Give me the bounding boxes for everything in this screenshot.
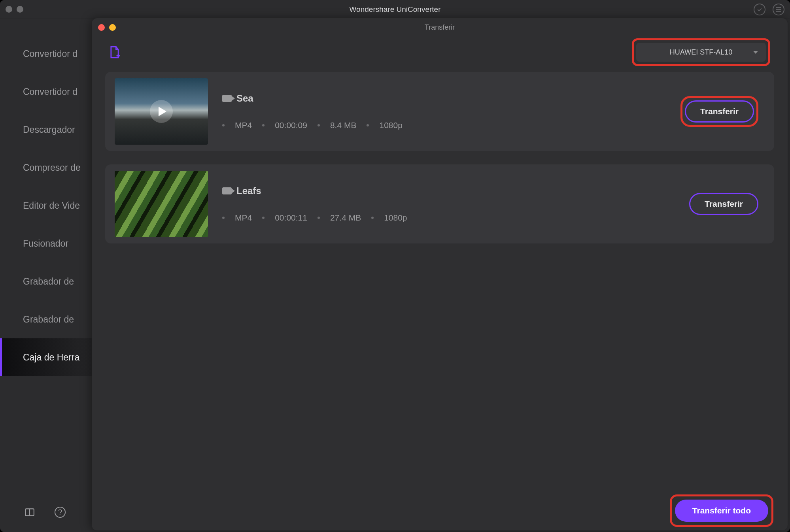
- help-icon[interactable]: ?: [55, 507, 66, 518]
- file-title: Leafs: [236, 185, 261, 196]
- separator-dot: [262, 124, 265, 126]
- items-list: Sea MP4 00:00:09 8.4 MB 1080p Transferi: [92, 68, 788, 243]
- titlebar-right: [754, 0, 784, 19]
- library-icon[interactable]: [24, 507, 36, 517]
- file-meta: MP4 00:00:11 27.4 MB 1080p: [222, 213, 675, 223]
- modal-window-controls[interactable]: [98, 24, 116, 31]
- file-duration: 00:00:09: [275, 121, 307, 130]
- modal-footer: Transferir todo: [92, 491, 788, 530]
- add-file-button[interactable]: [109, 46, 120, 58]
- menu-icon[interactable]: [773, 4, 784, 15]
- file-resolution: 1080p: [384, 213, 407, 223]
- sidebar-item-label: Grabador de: [23, 276, 74, 287]
- modal-close-icon[interactable]: [98, 24, 105, 31]
- transfer-button-wrap: Transferir: [689, 193, 758, 215]
- file-resolution: 1080p: [379, 121, 402, 130]
- sidebar-item-label: Convertidor d: [23, 87, 77, 97]
- modal-title: Transferir: [92, 23, 788, 32]
- modal-minimize-icon[interactable]: [109, 24, 116, 31]
- sidebar-item-label: Editor de Vide: [23, 200, 80, 211]
- play-icon[interactable]: [150, 100, 173, 123]
- main-titlebar: Wondershare UniConverter: [0, 0, 790, 19]
- sidebar-item-label: Grabador de: [23, 314, 74, 325]
- modal-toolbar: HUAWEI STF-AL10: [92, 36, 788, 68]
- file-size: 27.4 MB: [330, 213, 361, 223]
- sidebar-item-label: Caja de Herra: [23, 352, 79, 363]
- video-icon: [222, 95, 232, 102]
- file-title: Sea: [236, 93, 253, 104]
- transfer-button[interactable]: Transferir: [685, 100, 754, 123]
- device-dropdown[interactable]: HUAWEI STF-AL10: [636, 43, 766, 62]
- sidebar-item-label: Compresor de: [23, 162, 81, 173]
- transfer-all-button[interactable]: Transferir todo: [675, 500, 768, 522]
- account-icon[interactable]: [754, 4, 765, 15]
- transfer-button[interactable]: Transferir: [689, 193, 758, 215]
- main-window: Wondershare UniConverter Convertidor d C…: [0, 0, 790, 532]
- separator-dot: [222, 124, 225, 126]
- file-size: 8.4 MB: [330, 121, 357, 130]
- sidebar-item-label: Convertidor d: [23, 49, 77, 59]
- file-info: Sea MP4 00:00:09 8.4 MB 1080p: [222, 93, 666, 130]
- file-duration: 00:00:11: [275, 213, 307, 223]
- thumbnail[interactable]: [115, 78, 208, 145]
- separator-dot: [318, 217, 320, 219]
- separator-dot: [222, 217, 225, 219]
- file-meta: MP4 00:00:09 8.4 MB 1080p: [222, 121, 666, 130]
- chevron-down-icon: [753, 51, 758, 54]
- file-info: Leafs MP4 00:00:11 27.4 MB 1080p: [222, 185, 675, 223]
- window-controls[interactable]: [6, 6, 23, 13]
- app-title: Wondershare UniConverter: [0, 5, 790, 14]
- video-icon: [222, 187, 232, 194]
- thumbnail[interactable]: [115, 171, 208, 237]
- separator-dot: [371, 217, 374, 219]
- separator-dot: [367, 124, 369, 126]
- transfer-window: Transferir HUAWEI STF-AL10: [92, 18, 788, 530]
- file-format: MP4: [235, 213, 252, 223]
- separator-dot: [262, 217, 265, 219]
- file-row: Sea MP4 00:00:09 8.4 MB 1080p Transferi: [105, 72, 774, 151]
- window-minimize-icon[interactable]: [17, 6, 23, 13]
- device-dropdown-label: HUAWEI STF-AL10: [670, 48, 732, 57]
- window-close-icon[interactable]: [6, 6, 12, 13]
- file-format: MP4: [235, 121, 252, 130]
- sidebar-item-label: Descargador: [23, 125, 75, 135]
- highlight-transfer-all: Transferir todo: [670, 494, 773, 527]
- highlight-device-dropdown: HUAWEI STF-AL10: [632, 38, 770, 66]
- highlight-transfer-button: Transferir: [680, 96, 758, 127]
- separator-dot: [318, 124, 320, 126]
- sidebar-item-label: Fusionador: [23, 238, 68, 249]
- file-row: Leafs MP4 00:00:11 27.4 MB 1080p Transf: [105, 164, 774, 243]
- modal-titlebar: Transferir: [92, 18, 788, 36]
